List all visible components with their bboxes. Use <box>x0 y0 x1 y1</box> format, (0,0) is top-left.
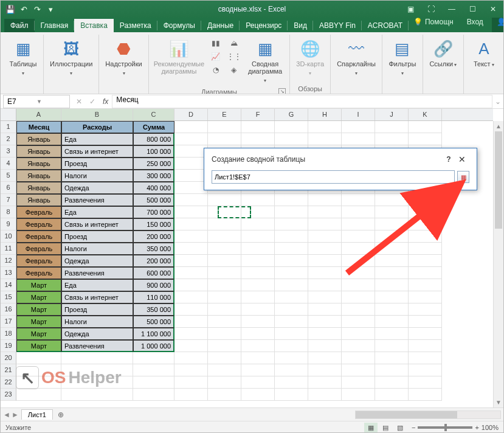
row-header[interactable]: 12 <box>1 255 16 267</box>
cell[interactable] <box>409 352 442 364</box>
cell[interactable]: Январь <box>16 194 61 206</box>
cell[interactable] <box>409 376 442 389</box>
cell[interactable] <box>208 352 241 364</box>
row-header[interactable]: 3 <box>1 145 16 158</box>
cell[interactable] <box>375 303 409 316</box>
row-header[interactable]: 22 <box>1 376 16 389</box>
cell[interactable]: Налоги <box>61 316 133 328</box>
tab-Главная[interactable]: Главная <box>35 19 75 32</box>
cell[interactable] <box>308 267 342 279</box>
cell[interactable] <box>342 133 375 145</box>
tab-ABBYY Fin[interactable]: ABBYY Fin <box>313 19 362 32</box>
cell[interactable] <box>241 389 275 401</box>
cell[interactable] <box>208 340 241 352</box>
row-header[interactable]: 4 <box>1 158 16 170</box>
cell[interactable]: Февраль <box>16 267 61 279</box>
cell[interactable]: Развлечения <box>61 194 133 206</box>
cell[interactable] <box>275 389 308 401</box>
cell[interactable] <box>375 291 409 303</box>
cell[interactable] <box>133 364 174 376</box>
cell[interactable] <box>208 364 241 376</box>
cell[interactable] <box>275 133 308 145</box>
zoom-control[interactable]: − + 100% <box>412 424 499 431</box>
cell[interactable]: Налоги <box>61 243 133 255</box>
cell[interactable] <box>208 255 241 267</box>
chevron-down-icon[interactable]: ▼ <box>36 99 66 105</box>
row-header[interactable]: 10 <box>1 230 16 243</box>
cell[interactable]: Еда <box>61 133 133 145</box>
cell[interactable] <box>275 303 308 316</box>
recommended-charts-button[interactable]: 📊Рекомендуемые диаграммы <box>153 36 205 77</box>
row-header[interactable]: 20 <box>1 352 16 364</box>
tab-Данные[interactable]: Данные <box>201 19 240 32</box>
cell[interactable] <box>409 267 442 279</box>
cell[interactable] <box>61 389 133 401</box>
other-chart-icon[interactable]: ◈ <box>227 64 241 76</box>
cell[interactable] <box>275 352 308 364</box>
cell[interactable] <box>342 303 375 316</box>
cell[interactable] <box>375 255 409 267</box>
cell[interactable] <box>375 376 409 389</box>
cell[interactable] <box>342 218 375 230</box>
cell[interactable] <box>409 279 442 291</box>
col-header-C[interactable]: C <box>133 109 174 120</box>
cell[interactable] <box>208 206 241 218</box>
cell[interactable] <box>342 121 375 133</box>
tab-Вид[interactable]: Вид <box>288 19 313 32</box>
cell[interactable] <box>241 243 275 255</box>
formula-input[interactable]: Месяц <box>112 95 492 108</box>
cell[interactable]: 100 000 <box>133 145 174 158</box>
scroll-up-icon[interactable]: ▲ <box>494 121 503 131</box>
text-button[interactable]: AТекст <box>468 36 500 71</box>
cell[interactable] <box>133 376 174 389</box>
cell[interactable]: Март <box>16 316 61 328</box>
cell[interactable]: 500 000 <box>133 316 174 328</box>
filters-button[interactable]: ▤Фильтры <box>386 36 419 80</box>
cell[interactable] <box>375 133 409 145</box>
cell[interactable]: Месяц <box>16 121 61 133</box>
pie-chart-icon[interactable]: ◔ <box>209 64 223 76</box>
cell[interactable] <box>308 328 342 340</box>
cell[interactable] <box>241 194 275 206</box>
col-header-E[interactable]: E <box>208 109 241 120</box>
cell[interactable] <box>342 340 375 352</box>
cell[interactable] <box>308 133 342 145</box>
cell[interactable] <box>241 206 275 218</box>
cell[interactable]: Расходы <box>61 121 133 133</box>
cell[interactable]: Март <box>16 328 61 340</box>
cell[interactable] <box>409 133 442 145</box>
cell[interactable] <box>208 218 241 230</box>
cell[interactable]: Проезд <box>61 303 133 316</box>
cell[interactable]: Февраль <box>16 255 61 267</box>
cell[interactable] <box>174 158 208 170</box>
cell[interactable] <box>342 389 375 401</box>
horizontal-scrollbar[interactable] <box>355 410 501 419</box>
cell[interactable] <box>241 376 275 389</box>
cell[interactable]: Одежда <box>61 182 133 194</box>
cell[interactable]: Январь <box>16 133 61 145</box>
cell[interactable]: 110 000 <box>133 291 174 303</box>
normal-view-icon[interactable]: ▦ <box>364 423 378 432</box>
cell[interactable]: 900 000 <box>133 279 174 291</box>
ribbon-options-icon[interactable]: ▣ <box>400 1 421 18</box>
scroll-down-icon[interactable]: ▼ <box>494 397 503 407</box>
cell[interactable] <box>208 291 241 303</box>
cell[interactable] <box>208 194 241 206</box>
cell[interactable] <box>208 328 241 340</box>
cell[interactable] <box>275 316 308 328</box>
cell[interactable] <box>241 218 275 230</box>
cell[interactable] <box>342 279 375 291</box>
cell[interactable] <box>174 243 208 255</box>
cell[interactable] <box>174 364 208 376</box>
cell[interactable] <box>241 352 275 364</box>
col-header-H[interactable]: H <box>308 109 342 120</box>
cell[interactable]: Январь <box>16 145 61 158</box>
cell[interactable] <box>375 316 409 328</box>
row-header[interactable]: 16 <box>1 303 16 316</box>
cell[interactable] <box>208 243 241 255</box>
cell[interactable] <box>174 376 208 389</box>
cell[interactable] <box>342 206 375 218</box>
cell[interactable] <box>375 267 409 279</box>
col-header-K[interactable]: K <box>409 109 442 120</box>
cell[interactable] <box>375 364 409 376</box>
